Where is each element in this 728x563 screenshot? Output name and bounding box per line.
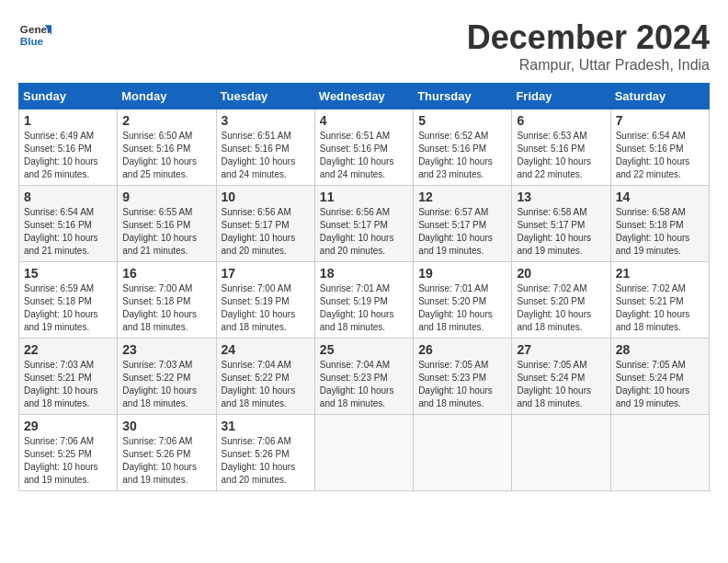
calendar-day-cell: 28Sunrise: 7:05 AM Sunset: 5:24 PM Dayli…: [610, 339, 709, 415]
calendar-day-cell: 6Sunrise: 6:53 AM Sunset: 5:16 PM Daylig…: [512, 109, 610, 186]
calendar-day-cell: 17Sunrise: 7:00 AM Sunset: 5:19 PM Dayli…: [216, 262, 314, 339]
calendar-header-cell: Wednesday: [314, 84, 413, 109]
calendar-day-cell: 4Sunrise: 6:51 AM Sunset: 5:16 PM Daylig…: [314, 109, 413, 186]
day-number: 22: [24, 342, 112, 357]
calendar-day-cell: 30Sunrise: 7:06 AM Sunset: 5:26 PM Dayli…: [118, 415, 216, 491]
calendar-day-cell: 1Sunrise: 6:49 AM Sunset: 5:16 PM Daylig…: [19, 109, 118, 186]
calendar-day-cell: [314, 415, 413, 491]
calendar-day-cell: 13Sunrise: 6:58 AM Sunset: 5:17 PM Dayli…: [512, 186, 610, 262]
day-number: 27: [517, 342, 605, 357]
calendar-day-cell: 2Sunrise: 6:50 AM Sunset: 5:16 PM Daylig…: [118, 109, 216, 186]
calendar-body: 1Sunrise: 6:49 AM Sunset: 5:16 PM Daylig…: [19, 109, 710, 491]
day-info: Sunrise: 7:01 AM Sunset: 5:20 PM Dayligh…: [418, 282, 506, 334]
day-info: Sunrise: 6:50 AM Sunset: 5:16 PM Dayligh…: [122, 130, 210, 181]
calendar-header-cell: Tuesday: [216, 84, 314, 109]
day-number: 9: [122, 190, 210, 204]
day-number: 15: [24, 266, 112, 281]
day-info: Sunrise: 7:05 AM Sunset: 5:24 PM Dayligh…: [517, 359, 605, 410]
calendar-day-cell: 9Sunrise: 6:55 AM Sunset: 5:16 PM Daylig…: [118, 186, 216, 262]
day-number: 7: [616, 113, 704, 128]
calendar-day-cell: 7Sunrise: 6:54 AM Sunset: 5:16 PM Daylig…: [610, 109, 709, 186]
day-info: Sunrise: 6:51 AM Sunset: 5:16 PM Dayligh…: [320, 130, 408, 181]
day-number: 17: [222, 266, 310, 281]
day-info: Sunrise: 6:51 AM Sunset: 5:16 PM Dayligh…: [222, 130, 310, 181]
day-number: 21: [616, 266, 704, 281]
calendar-day-cell: 19Sunrise: 7:01 AM Sunset: 5:20 PM Dayli…: [414, 262, 512, 339]
day-info: Sunrise: 7:02 AM Sunset: 5:20 PM Dayligh…: [517, 282, 605, 334]
day-number: 6: [517, 113, 605, 128]
calendar-day-cell: 22Sunrise: 7:03 AM Sunset: 5:21 PM Dayli…: [19, 339, 118, 415]
calendar-header-row: SundayMondayTuesdayWednesdayThursdayFrid…: [19, 84, 710, 109]
day-info: Sunrise: 6:54 AM Sunset: 5:16 PM Dayligh…: [616, 130, 704, 181]
day-number: 16: [122, 266, 210, 281]
calendar-day-cell: 26Sunrise: 7:05 AM Sunset: 5:23 PM Dayli…: [414, 339, 512, 415]
day-number: 10: [222, 190, 310, 204]
calendar-day-cell: 8Sunrise: 6:54 AM Sunset: 5:16 PM Daylig…: [19, 186, 118, 262]
day-number: 11: [320, 190, 408, 204]
day-info: Sunrise: 6:56 AM Sunset: 5:17 PM Dayligh…: [222, 206, 310, 258]
calendar-day-cell: 25Sunrise: 7:04 AM Sunset: 5:23 PM Dayli…: [314, 339, 413, 415]
calendar-header-cell: Sunday: [19, 84, 118, 109]
calendar-week-row: 1Sunrise: 6:49 AM Sunset: 5:16 PM Daylig…: [19, 109, 710, 186]
day-info: Sunrise: 7:03 AM Sunset: 5:21 PM Dayligh…: [24, 359, 112, 410]
day-number: 12: [418, 190, 506, 204]
day-number: 14: [616, 190, 704, 204]
day-info: Sunrise: 7:06 AM Sunset: 5:26 PM Dayligh…: [222, 435, 310, 487]
day-number: 18: [320, 266, 408, 281]
day-info: Sunrise: 7:03 AM Sunset: 5:22 PM Dayligh…: [122, 359, 210, 410]
calendar-subtitle: Rampur, Uttar Pradesh, India: [467, 57, 710, 74]
day-info: Sunrise: 7:04 AM Sunset: 5:23 PM Dayligh…: [320, 359, 408, 410]
calendar-table: SundayMondayTuesdayWednesdayThursdayFrid…: [18, 83, 710, 491]
calendar-week-row: 8Sunrise: 6:54 AM Sunset: 5:16 PM Daylig…: [19, 186, 710, 262]
day-number: 29: [24, 419, 112, 433]
day-number: 25: [320, 342, 408, 357]
calendar-day-cell: 31Sunrise: 7:06 AM Sunset: 5:26 PM Dayli…: [216, 415, 314, 491]
calendar-day-cell: 23Sunrise: 7:03 AM Sunset: 5:22 PM Dayli…: [118, 339, 216, 415]
calendar-day-cell: 3Sunrise: 6:51 AM Sunset: 5:16 PM Daylig…: [216, 109, 314, 186]
title-section: December 2024 Rampur, Uttar Pradesh, Ind…: [467, 18, 710, 74]
day-number: 2: [122, 113, 210, 128]
header: General Blue December 2024 Rampur, Uttar…: [18, 18, 710, 74]
day-number: 8: [24, 190, 112, 204]
day-info: Sunrise: 6:58 AM Sunset: 5:17 PM Dayligh…: [517, 206, 605, 258]
calendar-day-cell: 16Sunrise: 7:00 AM Sunset: 5:18 PM Dayli…: [118, 262, 216, 339]
calendar-day-cell: 10Sunrise: 6:56 AM Sunset: 5:17 PM Dayli…: [216, 186, 314, 262]
calendar-day-cell: 24Sunrise: 7:04 AM Sunset: 5:22 PM Dayli…: [216, 339, 314, 415]
day-info: Sunrise: 7:00 AM Sunset: 5:19 PM Dayligh…: [222, 282, 310, 334]
calendar-day-cell: 27Sunrise: 7:05 AM Sunset: 5:24 PM Dayli…: [512, 339, 610, 415]
day-number: 30: [122, 419, 210, 433]
calendar-day-cell: [414, 415, 512, 491]
calendar-header-cell: Thursday: [414, 84, 512, 109]
day-info: Sunrise: 6:55 AM Sunset: 5:16 PM Dayligh…: [122, 206, 210, 258]
day-info: Sunrise: 6:57 AM Sunset: 5:17 PM Dayligh…: [418, 206, 506, 258]
calendar-day-cell: 12Sunrise: 6:57 AM Sunset: 5:17 PM Dayli…: [414, 186, 512, 262]
day-number: 4: [320, 113, 408, 128]
calendar-day-cell: 18Sunrise: 7:01 AM Sunset: 5:19 PM Dayli…: [314, 262, 413, 339]
calendar-header-cell: Friday: [512, 84, 610, 109]
day-info: Sunrise: 7:06 AM Sunset: 5:26 PM Dayligh…: [122, 435, 210, 487]
day-info: Sunrise: 7:05 AM Sunset: 5:24 PM Dayligh…: [616, 359, 704, 410]
calendar-day-cell: 15Sunrise: 6:59 AM Sunset: 5:18 PM Dayli…: [19, 262, 118, 339]
svg-text:Blue: Blue: [20, 35, 44, 47]
calendar-week-row: 22Sunrise: 7:03 AM Sunset: 5:21 PM Dayli…: [19, 339, 710, 415]
day-info: Sunrise: 7:01 AM Sunset: 5:19 PM Dayligh…: [320, 282, 408, 334]
day-number: 20: [517, 266, 605, 281]
day-number: 31: [222, 419, 310, 433]
svg-text:General: General: [20, 23, 51, 35]
day-number: 24: [222, 342, 310, 357]
calendar-week-row: 15Sunrise: 6:59 AM Sunset: 5:18 PM Dayli…: [19, 262, 710, 339]
logo-icon: General Blue: [18, 18, 51, 52]
day-info: Sunrise: 6:58 AM Sunset: 5:18 PM Dayligh…: [616, 206, 704, 258]
calendar-day-cell: [512, 415, 610, 491]
day-info: Sunrise: 6:52 AM Sunset: 5:16 PM Dayligh…: [418, 130, 506, 181]
calendar-day-cell: 14Sunrise: 6:58 AM Sunset: 5:18 PM Dayli…: [610, 186, 709, 262]
day-info: Sunrise: 7:05 AM Sunset: 5:23 PM Dayligh…: [418, 359, 506, 410]
day-number: 26: [418, 342, 506, 357]
calendar-day-cell: 21Sunrise: 7:02 AM Sunset: 5:21 PM Dayli…: [610, 262, 709, 339]
calendar-header-cell: Monday: [118, 84, 216, 109]
day-number: 3: [222, 113, 310, 128]
calendar-day-cell: 29Sunrise: 7:06 AM Sunset: 5:25 PM Dayli…: [19, 415, 118, 491]
day-info: Sunrise: 6:49 AM Sunset: 5:16 PM Dayligh…: [24, 130, 112, 181]
day-info: Sunrise: 6:59 AM Sunset: 5:18 PM Dayligh…: [24, 282, 112, 334]
day-info: Sunrise: 7:06 AM Sunset: 5:25 PM Dayligh…: [24, 435, 112, 487]
